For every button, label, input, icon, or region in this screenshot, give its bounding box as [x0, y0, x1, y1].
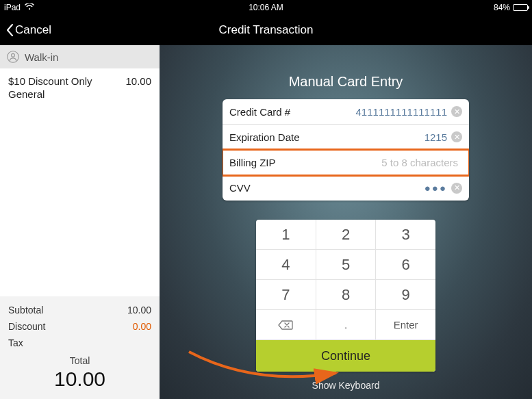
- clock: 10:06 AM: [249, 3, 283, 12]
- item-amount: 10.00: [125, 75, 151, 101]
- cc-field[interactable]: Credit Card # 4111111111111111 ✕: [223, 99, 469, 125]
- clear-icon[interactable]: ✕: [451, 131, 462, 142]
- form-heading: Manual Card Entry: [289, 74, 403, 90]
- exp-label: Expiration Date: [229, 131, 300, 143]
- cvv-label: CVV: [229, 182, 251, 194]
- subtotal-label: Subtotal: [8, 305, 43, 316]
- discount-label: Discount: [8, 321, 45, 332]
- item-list: $10 Discount Only General 10.00: [0, 68, 160, 296]
- person-icon: [7, 51, 19, 63]
- total-value: 10.00: [8, 368, 151, 391]
- key-7[interactable]: 7: [256, 280, 316, 310]
- clear-icon[interactable]: ✕: [451, 106, 462, 117]
- key-enter[interactable]: Enter: [376, 310, 435, 340]
- backspace-icon: [278, 320, 293, 330]
- zip-placeholder: 5 to 8 characters: [276, 157, 462, 168]
- key-8[interactable]: 8: [316, 280, 377, 310]
- nav-bar: Cancel Credit Transaction: [0, 15, 532, 45]
- card-form: Credit Card # 4111111111111111 ✕ Expirat…: [223, 99, 469, 201]
- clear-icon[interactable]: ✕: [451, 183, 462, 194]
- key-2[interactable]: 2: [316, 220, 377, 250]
- totals-panel: Subtotal10.00 Discount0.00 Tax Total 10.…: [0, 296, 160, 399]
- tax-label: Tax: [8, 337, 23, 348]
- item-name: $10 Discount Only General: [8, 75, 125, 101]
- key-1[interactable]: 1: [256, 220, 316, 250]
- list-item[interactable]: $10 Discount Only General 10.00: [0, 68, 160, 108]
- back-button[interactable]: Cancel: [5, 23, 51, 37]
- cc-value: 4111111111111111: [290, 106, 451, 118]
- cvv-field[interactable]: CVV ●●● ✕: [223, 175, 469, 201]
- exp-field[interactable]: Expiration Date 1215 ✕: [223, 125, 469, 150]
- cc-label: Credit Card #: [229, 106, 290, 118]
- key-3[interactable]: 3: [376, 220, 435, 250]
- zip-field[interactable]: Billing ZIP 5 to 8 characters: [223, 150, 469, 175]
- wifi-icon: [25, 3, 34, 12]
- battery-icon: [513, 4, 528, 11]
- back-label: Cancel: [15, 23, 51, 37]
- subtotal-value: 10.00: [127, 305, 151, 316]
- discount-value: 0.00: [133, 321, 151, 332]
- show-keyboard-link[interactable]: Show Keyboard: [312, 380, 380, 391]
- cvv-value: ●●●: [251, 182, 451, 194]
- key-5[interactable]: 5: [316, 250, 377, 280]
- svg-point-1: [12, 53, 15, 57]
- main-panel: Manual Card Entry Credit Card # 41111111…: [160, 45, 532, 399]
- carrier-label: iPad: [4, 3, 21, 12]
- exp-value: 1215: [300, 131, 451, 143]
- page-title: Credit Transaction: [219, 23, 314, 37]
- keypad: 1 2 3 4 5 6 7 8 9 . Enter C: [256, 220, 435, 372]
- battery-pct: 84%: [494, 3, 510, 12]
- customer-row[interactable]: Walk-in: [0, 45, 160, 68]
- key-backspace[interactable]: [256, 310, 316, 340]
- sidebar: Walk-in $10 Discount Only General 10.00 …: [0, 45, 160, 399]
- key-6[interactable]: 6: [376, 250, 435, 280]
- key-9[interactable]: 9: [376, 280, 435, 310]
- key-4[interactable]: 4: [256, 250, 316, 280]
- status-bar: iPad 10:06 AM 84%: [0, 0, 532, 15]
- total-label: Total: [8, 355, 151, 366]
- key-dot[interactable]: .: [316, 310, 377, 340]
- continue-button[interactable]: Continue: [256, 340, 435, 372]
- zip-label: Billing ZIP: [229, 157, 276, 168]
- chevron-left-icon: [5, 23, 14, 37]
- customer-name: Walk-in: [25, 51, 58, 63]
